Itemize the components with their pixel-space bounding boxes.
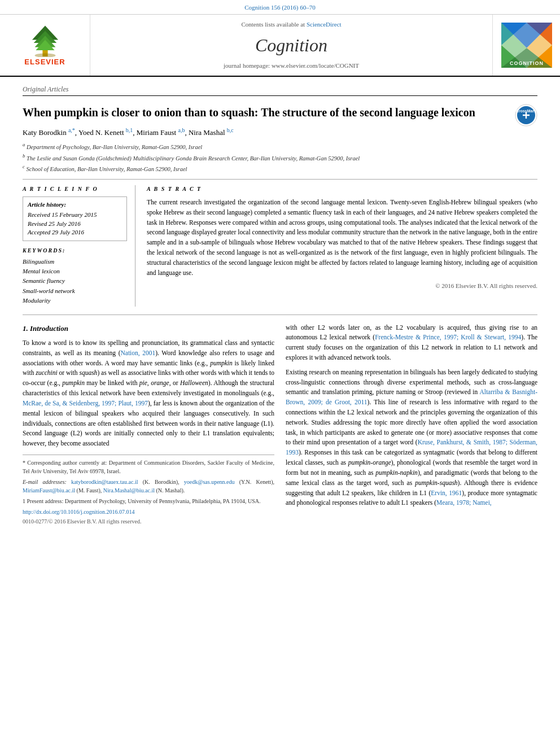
keyword-1: Bilingualism (23, 257, 127, 266)
crossmark-icon: CrossMark (515, 104, 537, 126)
main-right-column: with other L2 words later on, as the L2 … (286, 323, 537, 526)
abstract-heading: A B S T R A C T (147, 185, 537, 193)
journal-header: ELSEVIER Contents lists available at Sci… (0, 15, 560, 77)
intro-paragraph-2: with other L2 words later on, as the L2 … (286, 323, 537, 363)
article-body: Original Articles When pumpkin is closer… (0, 77, 560, 531)
keyword-3: Semantic fluency (23, 277, 127, 285)
copyright-line: © 2016 Elsevier B.V. All rights reserved… (147, 278, 537, 290)
elsevier-tree-icon (23, 23, 68, 57)
intro-heading: 1. Introduction (23, 323, 274, 334)
article-title: When pumpkin is closer to onion than to … (23, 105, 509, 120)
cognition-logo-icon: COGNITION (501, 23, 552, 68)
author-3: Miriam Faust a,b, (137, 128, 187, 137)
elsevier-logo: ELSEVIER (23, 23, 68, 67)
kruse-link[interactable]: Kruse, Pankhurst, & Smith, 1987; Söderma… (286, 439, 537, 456)
page: Cognition 156 (2016) 60–70 ELSEVIER (0, 0, 560, 531)
keyword-4: Small-world network (23, 287, 127, 295)
authors-line: Katy Borodkin a,*, Yoed N. Kenett b,1, M… (23, 126, 537, 138)
author-4: Nira Mashal b,c (189, 128, 234, 137)
altarriba-link[interactable]: Altarriba & Basnight-Brown, 2009; de Gro… (286, 388, 537, 405)
affiliation-c: c School of Education, Bar-Ilan Universi… (23, 163, 537, 173)
history-label: Article history: (28, 200, 122, 209)
issn-copyright: 0010-0277/© 2016 Elsevier B.V. All right… (23, 517, 274, 526)
journal-center-info: Contents lists available at ScienceDirec… (90, 15, 492, 76)
revised-date: Revised 25 July 2016 (28, 220, 122, 228)
meara-link[interactable]: Meara, 1978; Namei, (436, 499, 492, 506)
email-area: E-mail addresses: katyborodkin@tauex.tau… (23, 478, 274, 495)
citation-bar: Cognition 156 (2016) 60–70 (0, 0, 560, 15)
publisher-logo-area: ELSEVIER (0, 15, 90, 76)
doi-link[interactable]: http://dx.doi.org/10.1016/j.cognition.20… (23, 508, 274, 516)
elsevier-brand-text: ELSEVIER (24, 57, 65, 67)
nation-2001-link[interactable]: Nation, 2001 (120, 350, 155, 356)
present-address-note: 1 Present address: Department of Psychol… (23, 497, 274, 505)
affiliations: a Department of Psychology, Bar-Ilan Uni… (23, 141, 537, 173)
email-label: E-mail addresses: (23, 479, 67, 485)
main-left-column: 1. Introduction To know a word is to kno… (23, 323, 274, 526)
email-kenett[interactable]: yoedk@sas.upenn.edu (184, 479, 235, 485)
doi-text[interactable]: http://dx.doi.org/10.1016/j.cognition.20… (23, 509, 134, 515)
email-borodkin[interactable]: katyborodkin@tauex.tau.ac.il (71, 479, 138, 485)
author-1: Katy Borodkin a,*, (23, 128, 77, 137)
main-body-area: 1. Introduction To know a word is to kno… (23, 323, 537, 526)
section-divider (23, 314, 537, 315)
article-history: Article history: Received 15 February 20… (23, 196, 127, 241)
intro-paragraph-1: To know a word is to know its spelling a… (23, 338, 274, 449)
affiliation-b: b The Leslie and Susan Gonda (Goldschmie… (23, 152, 537, 163)
accepted-date: Accepted 29 July 2016 (28, 228, 122, 237)
keyword-5: Modularity (23, 296, 127, 305)
sciencedirect-link[interactable]: ScienceDirect (307, 21, 342, 28)
received-date: Received 15 February 2015 (28, 211, 122, 219)
author-2: Yoed N. Kenett b,1, (78, 128, 135, 137)
frenck-link[interactable]: Frenck-Mestre & Prince, 1997; Kroll & St… (375, 334, 521, 340)
citation-text: Cognition 156 (2016) 60–70 (244, 4, 316, 11)
keywords-section: Keywords: Bilingualism Mental lexicon Se… (23, 247, 127, 305)
keywords-heading: Keywords: (23, 247, 127, 255)
article-info-heading: A R T I C L E I N F O (23, 185, 127, 193)
section-title: Introduction (30, 324, 68, 333)
journal-name: Cognition (255, 33, 327, 58)
article-info-column: A R T I C L E I N F O Article history: R… (23, 185, 135, 307)
abstract-text: The current research investigated the or… (147, 198, 537, 278)
journal-homepage: journal homepage: www.elsevier.com/locat… (224, 62, 359, 70)
keyword-2: Mental lexicon (23, 267, 127, 276)
footnotes-area: * Corresponding author currently at: Dep… (23, 455, 274, 505)
ervin-link[interactable]: Ervin, 1961 (431, 490, 462, 496)
title-area: When pumpkin is closer to onion than to … (23, 99, 537, 126)
email-faust[interactable]: MiriamFaust@biu.ac.il (23, 487, 75, 493)
affiliation-a: a Department of Psychology, Bar-Ilan Uni… (23, 141, 537, 151)
corresponding-note: * Corresponding author currently at: Dep… (23, 458, 274, 475)
contents-text: Contents lists available at (241, 21, 305, 28)
intro-paragraph-3: Existing research on meaning representat… (286, 368, 537, 508)
mcrae-link[interactable]: McRae, de Sa, & Seidenberg, 1997; Plaut,… (23, 400, 148, 407)
email-mashal[interactable]: Nira.Mashal@biu.ac.il (103, 487, 155, 493)
title-text-area: When pumpkin is closer to onion than to … (23, 99, 509, 124)
section-number: 1. (23, 324, 28, 333)
article-type: Original Articles (23, 85, 537, 96)
contents-line: Contents lists available at ScienceDirec… (241, 20, 341, 29)
article-info-abstract-area: A R T I C L E I N F O Article history: R… (23, 179, 537, 307)
journal-logo-area: COGNITION (492, 15, 560, 76)
abstract-column: A B S T R A C T The current research inv… (147, 185, 537, 307)
svg-text:COGNITION: COGNITION (510, 60, 544, 66)
crossmark-badge[interactable]: CrossMark (515, 104, 537, 126)
cognition-logo: COGNITION (501, 23, 552, 68)
